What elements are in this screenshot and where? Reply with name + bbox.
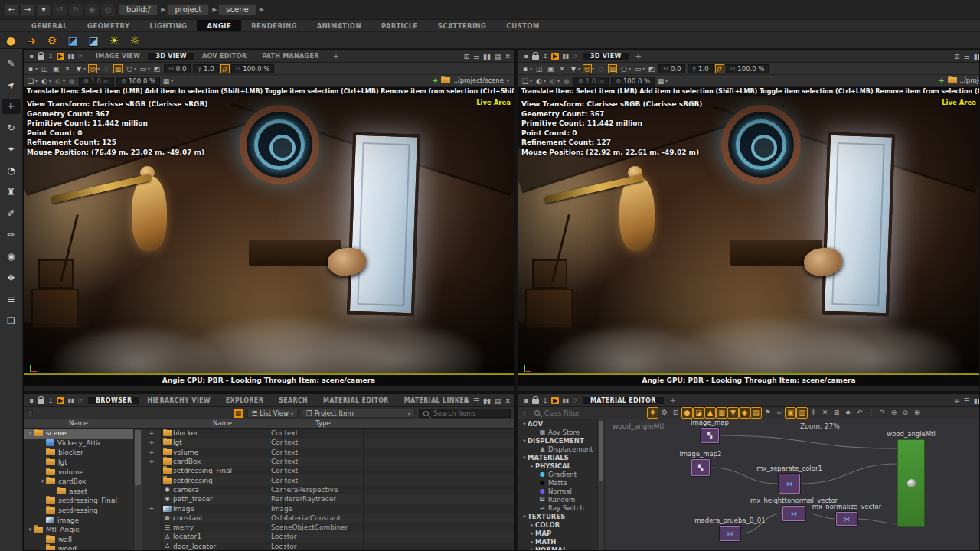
class-tree-item[interactable]: ⇄ Ray Switch — [518, 504, 597, 512]
export-panel-icon[interactable]: ↥ — [542, 397, 548, 404]
class-tree-item[interactable]: ▸ NORMAL — [518, 546, 597, 551]
shading-sphere-icon[interactable]: ◐▾ — [41, 77, 51, 85]
list-item-row[interactable]: ♙ locator1 Locator — [162, 532, 514, 541]
tree-scrollbar[interactable] — [133, 429, 142, 551]
layout-split-button[interactable]: ▮▮ — [483, 397, 491, 405]
folder-node-icon[interactable]: ▤ — [751, 408, 761, 418]
tree-item[interactable]: lgt — [24, 458, 133, 468]
layout-grid-button[interactable]: ⊞ — [954, 397, 960, 405]
more-icon[interactable]: ⋮ — [866, 408, 876, 418]
material-editor-tab[interactable]: MATERIAL EDITOR — [583, 397, 664, 404]
layout-grid-button[interactable]: ⊞ — [954, 53, 960, 60]
tree-item[interactable]: wall — [24, 535, 133, 545]
snap-field[interactable]: ⊙100.0 % — [116, 77, 160, 86]
viewport-tab[interactable]: 3D VIEW — [148, 53, 194, 60]
play-icon[interactable]: ▶ — [551, 53, 559, 60]
grid-snap-icon[interactable]: ▦▾ — [657, 77, 668, 85]
refresh-icon[interactable]: ⟳ — [572, 397, 578, 404]
snapshot-icon[interactable]: ▣ — [547, 65, 555, 73]
tree-item[interactable]: ▾ Mtl_Angie — [24, 525, 133, 535]
undo-icon[interactable]: ↺ — [53, 4, 67, 16]
path-dropdown-icon[interactable]: ▾ — [507, 78, 509, 83]
tree-column-header[interactable]: Name — [24, 419, 133, 429]
add-tab-button[interactable]: + — [629, 50, 648, 62]
lock-icon[interactable] — [532, 399, 539, 404]
layout-rows-button[interactable]: ☰ — [964, 397, 970, 405]
import-project-icon[interactable]: ➜ — [24, 34, 39, 47]
close-panel-button[interactable]: ✕ — [505, 53, 511, 60]
window-icon[interactable]: ▣ — [786, 408, 795, 418]
tree-item[interactable]: wood — [24, 544, 133, 551]
clip-distance-field[interactable]: ⊙1.0 m — [573, 77, 609, 86]
browser-tab[interactable]: MATERIAL EDITOR — [315, 397, 397, 404]
class-filter-input[interactable] — [543, 409, 622, 418]
lock-icon[interactable] — [38, 55, 44, 60]
gear-icon[interactable]: ⚙ — [659, 408, 669, 418]
menu-item[interactable]: RENDERING — [241, 20, 307, 31]
menu-item[interactable]: PARTICLE — [371, 20, 428, 31]
class-tree-item[interactable]: ▦ Aov Store — [518, 428, 597, 436]
camera-nav-icon[interactable]: ○▾ — [126, 65, 136, 73]
graph-node[interactable]: image_map2 ▚ — [691, 459, 710, 476]
node-body[interactable]: ▚ — [701, 428, 719, 443]
histogram-icon[interactable]: ▥ — [797, 408, 807, 418]
zoom-out-icon[interactable]: ⊖ — [889, 408, 899, 418]
snap-field[interactable]: ⊙100.0 % — [611, 77, 655, 86]
menu-item[interactable]: CUSTOM — [497, 20, 550, 31]
orbit-tool[interactable]: ◔ — [2, 164, 21, 178]
export-panel-icon[interactable]: ↥ — [542, 53, 548, 60]
info-circle-icon[interactable]: ◎ — [101, 4, 115, 16]
rotate-tool[interactable]: ↻ — [2, 121, 21, 135]
panel-menu-icon[interactable]: ▪ — [523, 397, 529, 404]
zoom-in-icon[interactable]: ⊕ — [912, 408, 922, 418]
class-tree-item[interactable]: ▸ COLOR — [518, 520, 597, 529]
breadcrumb-item[interactable]: build:/ — [119, 4, 158, 15]
class-tree-item[interactable]: ▲ Displacement — [518, 445, 597, 453]
menu-item[interactable]: LIGHTING — [140, 20, 198, 31]
graph-node[interactable]: madera_prueba_B_01 ⋈ — [720, 526, 740, 541]
nav-cube-icon[interactable]: ❑▾ — [27, 77, 38, 85]
class-tree-item[interactable]: ▾ DISPLACEMENT — [518, 436, 597, 445]
context-path[interactable]: ../project/scene — [453, 77, 504, 84]
graph-node[interactable]: mx_heighttonormal_vector ⋈ — [782, 506, 805, 521]
expander-icon[interactable]: ▸ — [529, 547, 535, 551]
layout-rows-button[interactable]: ☰ — [473, 397, 479, 405]
pause-icon[interactable]: ▮▮ — [562, 397, 569, 404]
browser-tab[interactable]: SEARCH — [271, 397, 315, 404]
image-node-icon[interactable]: ▲ — [705, 408, 715, 418]
menu-item[interactable]: SCATTERING — [428, 20, 497, 31]
filter-menu-icon[interactable] — [27, 410, 33, 416]
clip-distance-field[interactable]: ⊙1.0 m — [79, 77, 114, 86]
add-tab-button[interactable]: + — [327, 50, 345, 62]
class-tree-item[interactable]: ▸ PHYSICAL — [518, 461, 597, 470]
panel-menu-icon[interactable]: ▪ — [28, 53, 34, 60]
row-expand-icon[interactable] — [142, 485, 161, 494]
node-body[interactable]: ⋈ — [720, 526, 740, 541]
display-zoom-field[interactable]: ⊙100.0 % — [231, 64, 275, 73]
row-expand-icon[interactable]: + — [142, 429, 161, 438]
class-tree-item[interactable]: ▾ AOV — [518, 419, 597, 428]
viewport-render-area-left[interactable]: Translate Item: Select item (LMB) Add it… — [24, 87, 514, 374]
paint-tool[interactable]: ✐ — [2, 207, 21, 221]
tree-layout-icon[interactable]: ♠ — [843, 408, 853, 418]
select-tool[interactable]: ➤ — [0, 73, 23, 96]
graph-node[interactable]: mx_normalize_vector ⋈ — [836, 512, 858, 526]
geometry-tool[interactable]: ❏ — [2, 314, 21, 328]
list-item-row[interactable]: setdressing Context — [162, 475, 514, 484]
class-tree-item[interactable]: ⚄ Random — [518, 495, 597, 504]
node-body[interactable]: ▚ — [691, 459, 710, 476]
zoom-region-tool[interactable]: ◉ — [2, 249, 21, 264]
tree-item[interactable]: ▾ scene — [24, 429, 133, 439]
list-type-header[interactable]: Type — [283, 419, 363, 429]
export-panel-icon[interactable]: ↥ — [47, 53, 54, 60]
menu-item[interactable]: GENERAL — [21, 20, 77, 31]
browser-tab[interactable]: HIERARCHY VIEW — [139, 397, 217, 404]
light-select-icon[interactable]: ☼ — [127, 34, 142, 47]
history-dropdown-icon[interactable]: ▾ — [37, 4, 51, 16]
class-tree-item[interactable]: ● Gradient — [518, 470, 597, 478]
gamma-field[interactable]: γ1.0 — [688, 64, 713, 73]
exposure-field[interactable]: ⊙0.0 — [164, 64, 191, 73]
expander-icon[interactable]: ▾ — [39, 478, 46, 484]
layout-icon[interactable]: ❖ — [648, 408, 658, 418]
shading-sphere-icon[interactable]: ◐▾ — [535, 77, 546, 85]
